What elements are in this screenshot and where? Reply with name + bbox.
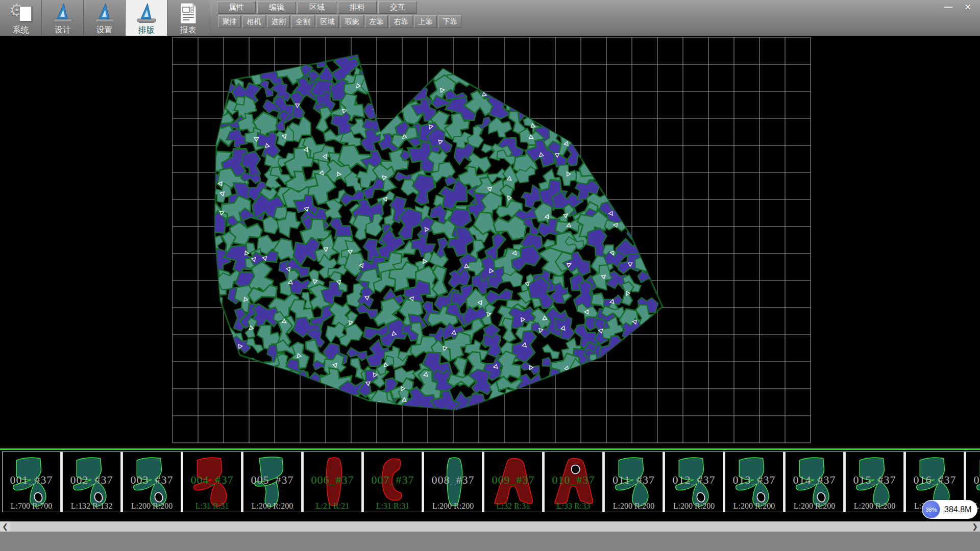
piece-id-label: 001_#37: [3, 473, 60, 487]
piece-lr-count: L:200 R:200: [846, 502, 903, 511]
piece-tile-row: 001_#37L:700 R:700002_#37L:132 R:132003_…: [0, 452, 980, 512]
piece-tile-007_#37[interactable]: 007_#37L:31 R:31: [363, 452, 422, 512]
window-controls: — ✕: [940, 1, 976, 13]
status-bar: [0, 532, 980, 551]
piece-id-label: 002_#37: [63, 473, 120, 487]
piece-id-label: 012_#37: [665, 473, 723, 487]
menu-button-menu_row1-1[interactable]: 编辑: [257, 1, 296, 14]
menu-button-menu_row2-5[interactable]: 瑕疵: [340, 15, 363, 28]
piece-id-label: 007_#37: [364, 473, 422, 487]
menu-row-secondary: 聚排相机选割全割区域瑕疵左靠右靠上靠下靠: [218, 15, 461, 28]
piece-lr-count: L:132 R:132: [63, 502, 120, 511]
piece-lr-count: L:200 R:200: [665, 502, 723, 511]
menu-button-menu_row2-4[interactable]: 区域: [316, 15, 339, 28]
nesting-canvas[interactable]: [0, 36, 980, 448]
piece-id-label: 017_#37: [966, 473, 980, 487]
piece-lr-count: L:32 R:31: [484, 502, 542, 511]
piece-lr-count: L:200 R:200: [123, 502, 181, 511]
menu-row-primary: 属性编辑区域排料交互: [217, 1, 417, 14]
tab-label: 设置: [84, 25, 125, 36]
piece-id-label: 005_#37: [243, 473, 301, 487]
piece-tile-012_#37[interactable]: 012_#37L:200 R:200: [665, 452, 723, 512]
piece-id-label: 013_#37: [725, 473, 783, 487]
menu-button-menu_row1-0[interactable]: 属性: [217, 1, 256, 14]
piece-tile-014_#37[interactable]: 014_#37L:200 R:200: [785, 452, 844, 512]
piece-tile-004_#37[interactable]: 004_#37L:31 R:31: [183, 452, 241, 512]
piece-lr-count: L:33 R:33: [545, 502, 602, 511]
piece-id-label: 011_#37: [605, 473, 663, 487]
piece-tile-003_#37[interactable]: 003_#37L:200 R:200: [122, 452, 181, 512]
menu-button-menu_row2-0[interactable]: 聚排: [218, 15, 241, 28]
menu-button-menu_row2-8[interactable]: 上靠: [414, 15, 437, 28]
piece-lr-count: L:700 R:700: [3, 502, 60, 511]
menu-button-menu_row2-3[interactable]: 全割: [291, 15, 314, 28]
piece-tile-001_#37[interactable]: 001_#37L:700 R:700: [2, 452, 61, 512]
piece-tile-013_#37[interactable]: 013_#37L:200 R:200: [725, 452, 783, 512]
piece-id-label: 003_#37: [123, 473, 181, 487]
piece-id-label: 004_#37: [183, 473, 241, 487]
piece-lr-count: L:21 R:21: [304, 502, 361, 511]
piece-tile-015_#37[interactable]: 015_#37L:200 R:200: [845, 452, 904, 512]
piece-lr-count: L:200 R:200: [725, 502, 783, 511]
settings-ruler-icon: [93, 2, 116, 24]
piece-lr-count: L:200 R:200: [243, 502, 301, 511]
tab-report[interactable]: 报表: [167, 0, 209, 36]
menu-button-menu_row1-3[interactable]: 排料: [338, 1, 377, 14]
piece-lr-count: L:200 R:200: [424, 502, 482, 511]
tab-system[interactable]: ⚙系统: [0, 0, 42, 36]
memory-usage-value: 384.8M: [940, 505, 977, 514]
piece-id-label: 015_#37: [846, 473, 903, 487]
menu-button-menu_row2-2[interactable]: 选割: [267, 15, 290, 28]
close-button[interactable]: ✕: [960, 1, 976, 13]
piece-id-label: 014_#37: [786, 473, 843, 487]
main-tab-bar: ⚙系统设计设置排版报表: [0, 0, 209, 36]
piece-id-label: 016_#37: [906, 473, 964, 487]
piece-id-label: 010_#37: [545, 473, 602, 487]
piece-id-label: 008_#37: [424, 473, 482, 487]
menu-button-menu_row2-6[interactable]: 左靠: [365, 15, 388, 28]
piece-tile-005_#37[interactable]: 005_#37L:200 R:200: [243, 452, 302, 512]
nesting-canvas-area[interactable]: [0, 36, 980, 448]
menu-button-menu_row2-9[interactable]: 下靠: [438, 15, 461, 28]
scroll-right-arrow-icon[interactable]: ❯: [970, 521, 980, 532]
menu-button-menu_row2-1[interactable]: 相机: [242, 15, 265, 28]
piece-tile-010_#37[interactable]: 010_#37L:33 R:33: [544, 452, 603, 512]
scroll-left-arrow-icon[interactable]: ❮: [0, 521, 10, 532]
piece-lr-count: L:200 R:200: [786, 502, 843, 511]
piece-lr-count: L:31 R:31: [364, 502, 422, 511]
design-ruler-icon: [51, 2, 75, 24]
menu-button-menu_row1-2[interactable]: 区域: [298, 1, 336, 14]
piece-tile-002_#37[interactable]: 002_#37L:132 R:132: [62, 452, 121, 512]
menu-button-menu_row2-7[interactable]: 右靠: [389, 15, 412, 28]
piece-tile-008_#37[interactable]: 008_#37L:200 R:200: [424, 452, 482, 512]
progress-percent-badge: 38%: [922, 500, 940, 518]
minimize-button[interactable]: —: [940, 1, 957, 13]
tab-label: 系统: [0, 25, 41, 36]
tab-settings[interactable]: 设置: [84, 0, 126, 36]
piece-thumbnail-strip: 001_#37L:700 R:700002_#37L:132 R:132003_…: [0, 448, 980, 514]
header-toolbar: ⚙系统设计设置排版报表 属性编辑区域排料交互 聚排相机选割全割区域瑕疵左靠右靠上…: [0, 0, 980, 36]
piece-lr-count: L:31 R:31: [183, 502, 241, 511]
tab-label: 设计: [42, 25, 83, 36]
piece-tile-011_#37[interactable]: 011_#37L:200 R:200: [604, 452, 663, 512]
tab-label: 报表: [167, 25, 209, 36]
nesting-ruler-icon: [135, 2, 158, 24]
menu-button-menu_row1-4[interactable]: 交互: [378, 1, 417, 14]
piece-tile-009_#37[interactable]: 009_#37L:32 R:31: [484, 452, 543, 512]
report-document-icon: [177, 2, 200, 24]
tab-nesting[interactable]: 排版: [126, 0, 167, 36]
tab-label: 排版: [126, 25, 167, 36]
memory-status-badge[interactable]: 38% 384.8M: [922, 500, 977, 519]
piece-id-label: 006_#37: [304, 473, 361, 487]
piece-lr-count: L:200 R:200: [605, 502, 663, 511]
horizontal-scrollbar[interactable]: ❮ ❯: [0, 521, 980, 532]
system-gear-notepad-icon: ⚙: [9, 2, 33, 24]
piece-id-label: 009_#37: [484, 473, 542, 487]
piece-tile-006_#37[interactable]: 006_#37L:21 R:21: [303, 452, 362, 512]
tab-design[interactable]: 设计: [42, 0, 84, 36]
